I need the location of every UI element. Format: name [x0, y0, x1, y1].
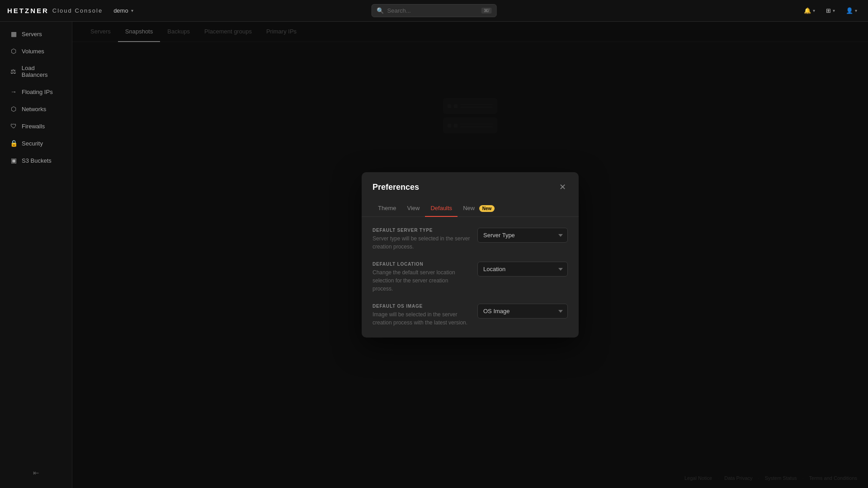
bell-icon: 🔔	[804, 7, 811, 14]
sidebar-item-security[interactable]: 🔒 Security	[3, 135, 69, 151]
server-type-desc: Server type will be selected in the serv…	[373, 235, 470, 251]
form-label-group-server-type: DEFAULT SERVER TYPE Server type will be …	[373, 228, 470, 251]
sidebar-item-networks[interactable]: ⬡ Networks	[3, 101, 69, 117]
search-input[interactable]	[387, 7, 478, 14]
form-row-os-image: DEFAULT OS IMAGE Image will be selected …	[373, 304, 568, 327]
sidebar-label-servers: Servers	[22, 31, 42, 38]
sidebar-item-floating-ips[interactable]: → Floating IPs	[3, 84, 69, 100]
location-desc: Change the default server location selec…	[373, 268, 470, 293]
os-image-desc: Image will be selected in the server cre…	[373, 310, 470, 327]
modal-tab-view[interactable]: View	[401, 200, 425, 217]
sidebar-item-servers[interactable]: ▦ Servers	[3, 26, 69, 42]
user-button[interactable]: 👤 ▾	[842, 5, 861, 16]
modal-tabs: Theme View Defaults New New	[362, 200, 579, 217]
logo-text: HETZNER	[7, 7, 49, 14]
load-balancers-icon: ⚖	[10, 68, 17, 75]
form-row-location: DEFAULT LOCATION Change the default serv…	[373, 262, 568, 293]
security-icon: 🔒	[10, 140, 17, 147]
project-selector[interactable]: demo ▾	[110, 5, 137, 16]
nav-right: 🔔 ▾ ⊞ ▾ 👤 ▾	[800, 5, 861, 16]
networks-icon: ⬡	[10, 105, 17, 113]
sidebar-label-floating-ips: Floating IPs	[22, 89, 53, 95]
sidebar-item-volumes[interactable]: ⬡ Volumes	[3, 43, 69, 59]
servers-icon: ▦	[10, 30, 17, 38]
layout: ▦ Servers ⬡ Volumes ⚖ Load Balancers → F…	[0, 22, 868, 488]
search-bar: 🔍 ⌘/	[372, 4, 497, 17]
user-icon: 👤	[846, 7, 853, 14]
s3-buckets-icon: ▣	[10, 157, 17, 164]
form-row-server-type: DEFAULT SERVER TYPE Server type will be …	[373, 228, 568, 251]
chevron-down-icon: ▾	[855, 8, 857, 13]
modal-body: DEFAULT SERVER TYPE Server type will be …	[362, 217, 579, 338]
sidebar-label-firewalls: Firewalls	[22, 123, 45, 130]
sidebar-label-volumes: Volumes	[22, 48, 44, 55]
form-label-group-os-image: DEFAULT OS IMAGE Image will be selected …	[373, 304, 470, 327]
sidebar-item-firewalls[interactable]: 🛡 Firewalls	[3, 118, 69, 134]
chevron-down-icon: ▾	[813, 8, 815, 13]
sidebar-item-load-balancers[interactable]: ⚖ Load Balancers	[3, 60, 69, 83]
sidebar-label-s3-buckets: S3 Buckets	[22, 157, 52, 164]
floating-ips-icon: →	[10, 88, 17, 95]
form-label-group-location: DEFAULT LOCATION Change the default serv…	[373, 262, 470, 293]
search-icon: 🔍	[377, 7, 384, 14]
location-label: DEFAULT LOCATION	[373, 262, 470, 267]
grid-icon: ⊞	[826, 7, 831, 14]
modal-title: Preferences	[373, 183, 419, 192]
server-type-select[interactable]: Server Type	[477, 228, 568, 243]
search-kbd: ⌘/	[481, 8, 492, 14]
sidebar-label-networks: Networks	[22, 106, 46, 113]
main-content: Servers Snapshots Backups Placement grou…	[72, 22, 868, 488]
sidebar-bottom: ⇤	[0, 461, 72, 484]
app-name: Cloud Console	[52, 7, 103, 14]
apps-button[interactable]: ⊞ ▾	[822, 5, 839, 16]
modal-tab-defaults[interactable]: Defaults	[425, 200, 458, 217]
sidebar-label-load-balancers: Load Balancers	[22, 65, 62, 78]
notifications-button[interactable]: 🔔 ▾	[800, 5, 819, 16]
modal-overlay[interactable]: Preferences ✕ Theme View Defaults New Ne…	[72, 22, 868, 488]
sidebar-item-s3-buckets[interactable]: ▣ S3 Buckets	[3, 152, 69, 169]
project-name: demo	[113, 7, 128, 14]
collapse-icon: ⇤	[33, 469, 39, 477]
os-image-select[interactable]: OS Image	[477, 304, 568, 319]
new-badge: New	[479, 205, 495, 212]
chevron-down-icon: ▾	[131, 8, 133, 13]
sidebar: ▦ Servers ⬡ Volumes ⚖ Load Balancers → F…	[0, 22, 72, 488]
os-image-label: DEFAULT OS IMAGE	[373, 304, 470, 309]
volumes-icon: ⬡	[10, 47, 17, 55]
modal-tab-theme[interactable]: Theme	[373, 200, 401, 217]
top-nav: HETZNER Cloud Console demo ▾ 🔍 ⌘/ 🔔 ▾ ⊞ …	[0, 0, 868, 22]
modal-close-button[interactable]: ✕	[557, 181, 568, 193]
chevron-down-icon: ▾	[833, 8, 835, 13]
preferences-modal: Preferences ✕ Theme View Defaults New Ne…	[362, 172, 579, 338]
modal-tab-new[interactable]: New New	[458, 200, 500, 217]
logo: HETZNER Cloud Console	[7, 7, 103, 14]
sidebar-label-security: Security	[22, 140, 43, 147]
server-type-label: DEFAULT SERVER TYPE	[373, 228, 470, 233]
sidebar-collapse-button[interactable]: ⇤	[0, 465, 72, 481]
location-select[interactable]: Location	[477, 262, 568, 277]
firewalls-icon: 🛡	[10, 122, 17, 130]
modal-header: Preferences ✕	[362, 172, 579, 193]
